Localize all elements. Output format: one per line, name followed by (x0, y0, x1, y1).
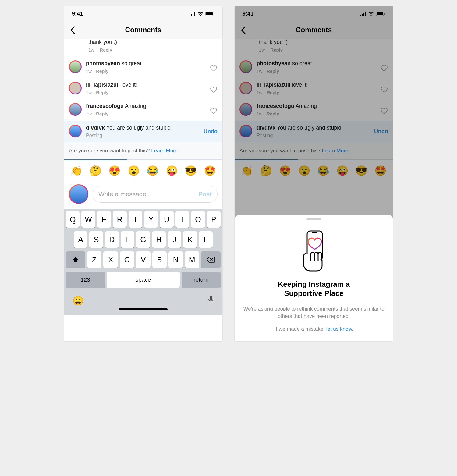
emoji-quick-😜[interactable]: 😜 (166, 165, 178, 176)
composer-avatar[interactable] (69, 184, 88, 204)
key-r[interactable]: R (113, 211, 126, 228)
partial-time: 1w (88, 47, 94, 52)
key-v[interactable]: V (136, 251, 150, 268)
comments-list: photosbyean so great.1wReplylil_lapislaz… (64, 57, 222, 121)
key-x[interactable]: X (103, 251, 118, 268)
space-key[interactable]: space (107, 272, 180, 288)
back-button[interactable] (64, 22, 81, 39)
comment-text: photosbyean so great. (86, 60, 206, 67)
key-n[interactable]: N (168, 251, 183, 268)
key-a[interactable]: A (74, 231, 87, 248)
avatar[interactable] (69, 60, 82, 73)
partial-reply-button[interactable]: Reply (100, 47, 112, 52)
key-y[interactable]: Y (144, 211, 158, 228)
comment-time: 1w (86, 69, 92, 74)
emoji-quick-😮[interactable]: 😮 (128, 165, 140, 176)
like-button[interactable] (210, 87, 218, 94)
pending-status: Posting... (86, 131, 199, 138)
reply-button[interactable]: Reply (96, 111, 108, 116)
comment-username: photosbyean (86, 60, 120, 66)
emoji-quick-🤩[interactable]: 🤩 (204, 165, 216, 176)
key-p[interactable]: P (207, 211, 221, 228)
key-k[interactable]: K (183, 231, 197, 248)
keyboard-row-2: ASDFGHJKL (66, 231, 221, 248)
phone-left: 9:41 Comments thank you :) (64, 6, 222, 341)
comment-row: lil_lapislazuli love it!1wReply (64, 78, 222, 99)
key-u[interactable]: U (160, 211, 173, 228)
partial-comment-meta: 1w Reply (64, 45, 222, 57)
key-i[interactable]: I (175, 211, 189, 228)
shift-key[interactable] (66, 251, 85, 268)
key-j[interactable]: J (168, 231, 181, 248)
learn-more-link[interactable]: Learn More (151, 148, 178, 154)
backspace-key[interactable] (201, 251, 221, 268)
svg-rect-18 (312, 232, 317, 233)
keyboard-row-3: ZXCVBNM (66, 251, 221, 268)
avatar[interactable] (69, 103, 82, 116)
emoji-quick-🤔[interactable]: 🤔 (90, 165, 102, 176)
key-c[interactable]: C (120, 251, 134, 268)
key-t[interactable]: T (129, 211, 142, 228)
home-indicator[interactable] (119, 308, 168, 310)
svg-rect-0 (190, 15, 190, 16)
key-h[interactable]: H (152, 231, 166, 248)
emoji-quick-😍[interactable]: 😍 (108, 165, 121, 176)
like-button[interactable] (210, 108, 218, 115)
emoji-keyboard-icon[interactable]: 😀 (73, 295, 84, 306)
sheet-title-line2: Supportive Place (243, 289, 384, 298)
emoji-quick-👏[interactable]: 👏 (70, 165, 83, 176)
comment-message: love it! (121, 82, 137, 88)
pending-username: divdivk (86, 125, 105, 131)
key-o[interactable]: O (191, 211, 205, 228)
key-b[interactable]: B (152, 251, 167, 268)
svg-rect-7 (210, 296, 212, 300)
comment-meta: 1wReply (86, 67, 206, 78)
comment-row: photosbyean so great.1wReply (64, 57, 222, 78)
sheet-handle[interactable] (306, 218, 321, 220)
let-us-know-link[interactable]: let us know. (326, 326, 353, 332)
numbers-key[interactable]: 123 (66, 272, 105, 288)
comment-time: 1w (86, 111, 92, 116)
sheet-title-line1: Keeping Instagram a (243, 280, 384, 289)
compose-placeholder: Write a message... (98, 190, 152, 198)
key-d[interactable]: D (105, 231, 119, 248)
compose-field[interactable]: Write a message... Post (93, 186, 218, 203)
post-button[interactable]: Post (199, 191, 212, 198)
undo-button[interactable]: Undo (204, 128, 218, 135)
avatar[interactable] (69, 82, 82, 94)
key-f[interactable]: F (121, 231, 134, 248)
key-q[interactable]: Q (66, 211, 80, 228)
avatar[interactable] (69, 125, 82, 137)
key-m[interactable]: M (185, 251, 199, 268)
reply-button[interactable]: Reply (96, 90, 108, 95)
return-key[interactable]: return (182, 272, 221, 288)
like-button[interactable] (210, 65, 218, 73)
comment-username: francescofogu (86, 103, 124, 109)
key-g[interactable]: G (136, 231, 150, 248)
emoji-quick-😂[interactable]: 😂 (147, 165, 159, 176)
key-l[interactable]: L (199, 231, 213, 248)
comment-time: 1w (86, 90, 92, 95)
key-z[interactable]: Z (87, 251, 101, 268)
comment-username: lil_lapislazuli (86, 82, 120, 88)
key-w[interactable]: W (81, 211, 95, 228)
sheet-mistake-text: If we made a mistake, let us know. (243, 326, 384, 332)
nav-bar: Comments (64, 21, 222, 39)
comments-scroll[interactable]: thank you :) 1w Reply photosbyean so gre… (64, 39, 222, 341)
svg-rect-6 (214, 13, 214, 15)
status-time: 9:41 (72, 11, 83, 17)
pending-message: You are so ugly and stupid (106, 125, 171, 131)
reply-button[interactable]: Reply (96, 69, 108, 74)
dictation-icon[interactable] (208, 295, 214, 306)
key-s[interactable]: S (89, 231, 103, 248)
emoji-quick-😎[interactable]: 😎 (185, 165, 197, 176)
comment-meta: 1wReply (86, 88, 206, 99)
sheet-illustration-icon (296, 229, 332, 272)
key-e[interactable]: E (97, 211, 111, 228)
pending-comment: divdivk You are so ugly and stupid Posti… (64, 121, 222, 142)
bottom-sheet: Keeping Instagram a Supportive Place We'… (235, 215, 393, 341)
pending-text: divdivk You are so ugly and stupid (86, 125, 199, 131)
sheet-mistake-prefix: If we made a mistake, (275, 326, 326, 332)
sheet-description: We're asking people to rethink comments … (243, 305, 384, 320)
status-bar: 9:41 (64, 6, 222, 21)
